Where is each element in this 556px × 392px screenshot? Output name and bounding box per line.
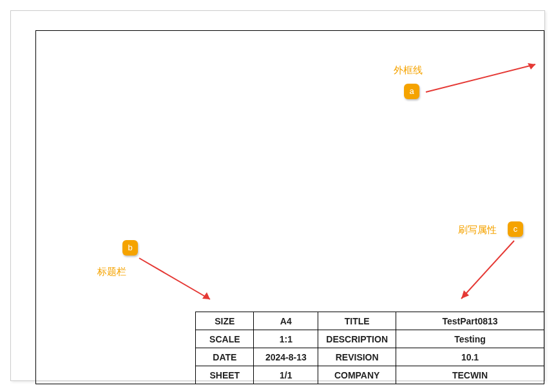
tb-val-sheet: 1/1 (254, 366, 318, 384)
tb-val-scale: 1:1 (254, 330, 318, 348)
annotation-c-arrow (448, 237, 526, 308)
annotation-a-marker: a (404, 84, 419, 99)
outer-wrap: 外框线 a b 标题栏 刷写属性 c SIZE A4 TITLE TestPar… (10, 10, 545, 381)
annotation-c-marker: c (508, 221, 523, 237)
tb-val-title: TestPart0813 (396, 312, 544, 330)
tb-val-description: Testing (396, 330, 544, 348)
tb-label-company: COMPANY (318, 366, 396, 384)
svg-line-0 (426, 64, 535, 92)
tb-label-revision: REVISION (318, 348, 396, 366)
annotation-c-label: 刷写属性 (458, 224, 497, 236)
tb-label-title: TITLE (318, 312, 396, 330)
annotation-a-arrow (423, 57, 551, 102)
title-block-row: SIZE A4 TITLE TestPart0813 (196, 312, 544, 330)
tb-label-date: DATE (196, 348, 254, 366)
title-block-row: SCALE 1:1 DESCRIPTION Testing (196, 330, 544, 348)
svg-line-2 (139, 258, 210, 299)
title-block-row: SHEET 1/1 COMPANY TECWIN (196, 366, 544, 384)
tb-val-size: A4 (254, 312, 318, 330)
title-block: SIZE A4 TITLE TestPart0813 SCALE 1:1 DES… (195, 312, 544, 384)
tb-label-description: DESCRIPTION (318, 330, 396, 348)
drawing-frame: 外框线 a b 标题栏 刷写属性 c SIZE A4 TITLE TestPar… (35, 30, 544, 384)
tb-label-size: SIZE (196, 312, 254, 330)
tb-val-revision: 10.1 (396, 348, 544, 366)
annotation-a-label: 外框线 (394, 64, 423, 77)
annotation-b-label: 标题栏 (97, 266, 126, 278)
tb-val-date: 2024-8-13 (254, 348, 318, 366)
svg-line-4 (461, 241, 514, 299)
title-block-row: DATE 2024-8-13 REVISION 10.1 (196, 348, 544, 366)
tb-val-company: TECWIN (396, 366, 544, 384)
tb-label-scale: SCALE (196, 330, 254, 348)
annotation-b-arrow (136, 253, 226, 311)
tb-label-sheet: SHEET (196, 366, 254, 384)
